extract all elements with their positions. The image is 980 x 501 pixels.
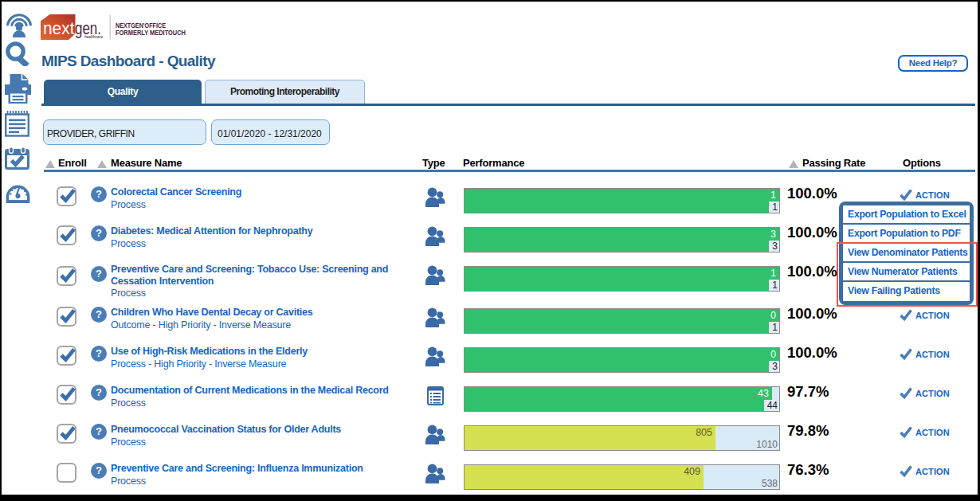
svg-text:next: next [43,18,75,38]
svg-text:FORMERLY MEDITOUCH: FORMERLY MEDITOUCH [116,28,186,37]
svg-text:healthcare: healthcare [84,34,103,39]
